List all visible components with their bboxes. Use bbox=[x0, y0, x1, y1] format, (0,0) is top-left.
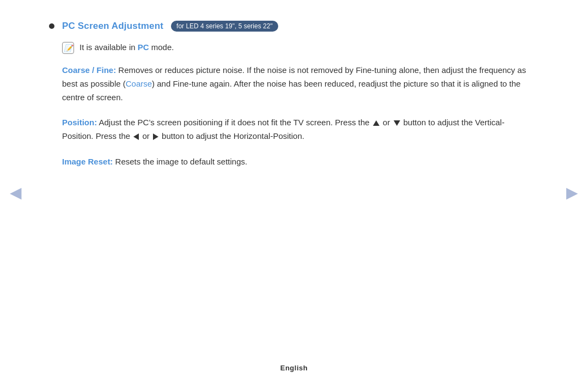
note-pc-highlight: PC bbox=[138, 42, 149, 52]
coarse-fine-label: Coarse / Fine: bbox=[62, 65, 116, 75]
triangle-right-icon bbox=[153, 133, 158, 140]
section-title: PC Screen Adjustment bbox=[62, 21, 163, 32]
note-row: 📝 It is available in PC mode. bbox=[62, 41, 534, 54]
paragraph-position: Position: Adjust the PC’s screen positio… bbox=[62, 116, 534, 143]
image-reset-text: Resets the image to default settings. bbox=[113, 157, 247, 166]
coarse-link: Coarse bbox=[126, 79, 152, 88]
nav-arrow-right[interactable]: ▶ bbox=[566, 183, 578, 201]
note-text: It is available in PC mode. bbox=[79, 41, 174, 54]
heading-row: PC Screen Adjustment for LED 4 series 19… bbox=[49, 21, 534, 32]
page-container: ◀ ▶ PC Screen Adjustment for LED 4 serie… bbox=[0, 0, 588, 384]
nav-arrow-left[interactable]: ◀ bbox=[10, 183, 22, 201]
series-badge: for LED 4 series 19", 5 series 22" bbox=[171, 21, 278, 32]
footer-language: English bbox=[280, 364, 308, 372]
position-or1: or bbox=[381, 118, 393, 127]
triangle-left-icon bbox=[133, 133, 139, 140]
content-area: PC Screen Adjustment for LED 4 series 19… bbox=[0, 0, 588, 364]
image-reset-label: Image Reset: bbox=[62, 157, 113, 166]
paragraph-image-reset: Image Reset: Resets the image to default… bbox=[62, 155, 534, 169]
bullet-point bbox=[49, 23, 54, 29]
triangle-down-icon bbox=[394, 120, 400, 126]
footer: English bbox=[0, 364, 588, 384]
position-text1: Adjust the PC’s screen positioning if it… bbox=[97, 118, 372, 127]
position-label: Position: bbox=[62, 118, 97, 127]
note-text-before: It is available in bbox=[79, 42, 138, 52]
paragraph-coarse-fine: Coarse / Fine: Removes or reduces pictur… bbox=[62, 64, 534, 104]
triangle-up-icon bbox=[373, 120, 379, 126]
note-icon: 📝 bbox=[62, 42, 74, 54]
position-or2: or bbox=[140, 131, 152, 141]
position-text5: button to adjust the Horizontal-Position… bbox=[160, 131, 304, 141]
note-text-after: mode. bbox=[149, 42, 174, 52]
